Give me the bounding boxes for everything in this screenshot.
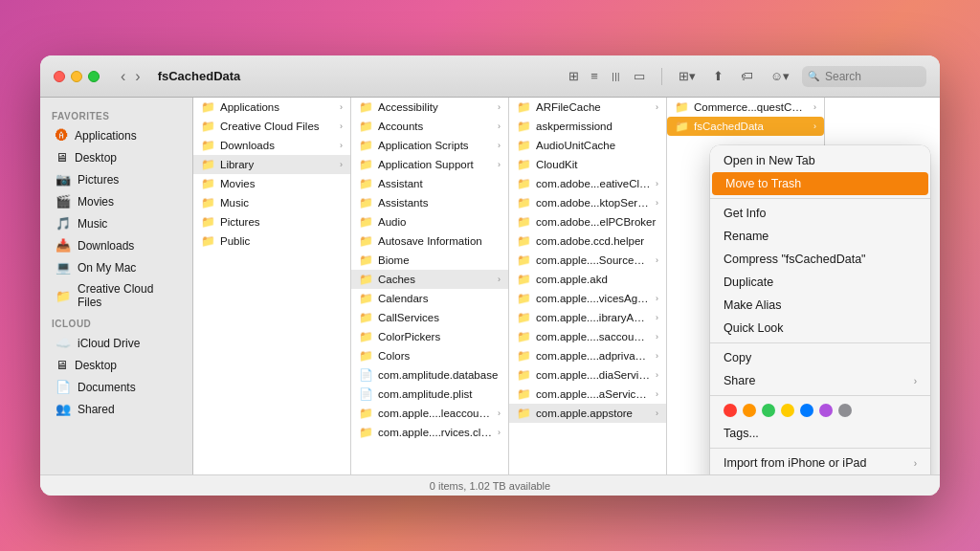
list-item[interactable]: 📁com.apple....leaccountd› bbox=[351, 404, 508, 423]
ctx-get-info[interactable]: Get Info bbox=[710, 202, 930, 225]
close-button[interactable] bbox=[54, 71, 65, 82]
ctx-copy-label: Copy bbox=[724, 351, 751, 364]
list-item[interactable]: 📁Colors bbox=[351, 346, 508, 365]
list-item[interactable]: 📁com.adobe...ktopService› bbox=[509, 193, 666, 212]
back-button[interactable]: ‹ bbox=[117, 66, 129, 87]
sidebar-item-desktop-icloud[interactable]: 🖥 Desktop bbox=[44, 354, 189, 376]
list-item-appstore[interactable]: 📁com.apple.appstore› bbox=[509, 404, 666, 423]
list-item[interactable]: 📁Assistant bbox=[351, 174, 508, 193]
list-item[interactable]: 📁askpermissiond bbox=[509, 117, 666, 136]
list-item[interactable]: 📁Downloads› bbox=[193, 136, 350, 155]
list-item[interactable]: 📁CallServices bbox=[351, 308, 508, 327]
forward-button[interactable]: › bbox=[131, 66, 144, 87]
ctx-tags-menu[interactable]: Tags... bbox=[710, 422, 930, 445]
sidebar-item-movies[interactable]: 🎬 Movies bbox=[44, 190, 189, 212]
tag-red[interactable] bbox=[724, 404, 737, 417]
sidebar-item-documents[interactable]: 📄 Documents bbox=[44, 376, 189, 398]
columns-area: 📁Applications› 📁Creative Cloud Files› 📁D… bbox=[193, 98, 940, 474]
list-item[interactable]: 📁Pictures bbox=[193, 212, 350, 231]
list-item[interactable]: 📁ARFileCache› bbox=[509, 98, 666, 117]
list-item[interactable]: 📁Commerce...questCache› bbox=[667, 98, 824, 117]
sidebar-item-applications[interactable]: 🅐 Applications bbox=[44, 124, 189, 146]
ctx-open-new-tab[interactable]: Open in New Tab bbox=[710, 149, 930, 172]
zoom-button[interactable] bbox=[88, 71, 100, 82]
icloud-label: iCloud bbox=[40, 313, 192, 332]
list-item[interactable]: 📁com.apple....SourceSync› bbox=[509, 251, 666, 270]
list-item[interactable]: 📁Music bbox=[193, 193, 350, 212]
list-item[interactable]: 📁Applications› bbox=[193, 98, 350, 117]
folder-icon: 📁 bbox=[359, 292, 373, 305]
list-item-caches[interactable]: 📁Caches› bbox=[351, 270, 508, 289]
list-item[interactable]: 📁AudioUnitCache bbox=[509, 136, 666, 155]
list-item[interactable]: 📄com.amplitude.plist bbox=[351, 385, 508, 404]
sidebar-item-desktop[interactable]: 🖥 Desktop bbox=[44, 146, 189, 168]
sidebar-item-creative-cloud[interactable]: 📁 Creative Cloud Files bbox=[44, 278, 189, 313]
list-item[interactable]: 📁com.apple.akd bbox=[509, 270, 666, 289]
tag-button[interactable]: 🏷 bbox=[736, 66, 758, 86]
sidebar-item-pictures[interactable]: 📷 Pictures bbox=[44, 168, 189, 190]
list-view-button[interactable]: ≡ bbox=[586, 66, 603, 86]
ctx-move-to-trash[interactable]: Move to Trash bbox=[712, 172, 928, 195]
list-item[interactable]: 📁CloudKit bbox=[509, 155, 666, 174]
gallery-view-button[interactable]: ▭ bbox=[629, 66, 650, 86]
list-item[interactable]: 📁Public bbox=[193, 231, 350, 251]
list-item[interactable]: 📁com.adobe...elPCBroker bbox=[509, 212, 666, 231]
list-item[interactable]: 📁com.apple....saccountsd› bbox=[509, 327, 666, 346]
ctx-quick-look[interactable]: Quick Look bbox=[710, 317, 930, 340]
list-item[interactable]: 📁Accessibility› bbox=[351, 98, 508, 117]
list-item[interactable]: 📁Calendars bbox=[351, 289, 508, 308]
minimize-button[interactable] bbox=[71, 71, 82, 82]
list-item[interactable]: 📁com.adobe...eativeCloud› bbox=[509, 174, 666, 193]
view-icons: ⊞ ≡ ⫼ ▭ bbox=[564, 66, 650, 86]
tag-gray[interactable] bbox=[838, 404, 852, 417]
sidebar-item-shared[interactable]: 👥 Shared bbox=[44, 398, 189, 420]
sidebar-item-label: Movies bbox=[78, 195, 114, 209]
tag-orange[interactable] bbox=[743, 404, 756, 417]
list-item[interactable]: 📁Movies bbox=[193, 174, 350, 193]
ctx-compress[interactable]: Compress "fsCachedData" bbox=[710, 248, 930, 271]
list-item[interactable]: 📁com.adobe.ccd.helper bbox=[509, 231, 666, 251]
ctx-make-alias[interactable]: Make Alias bbox=[710, 294, 930, 317]
list-item[interactable]: 📄com.amplitude.database bbox=[351, 365, 508, 385]
tag-yellow[interactable] bbox=[781, 404, 794, 417]
folder-icon: 📁 bbox=[517, 311, 531, 324]
ctx-duplicate[interactable]: Duplicate bbox=[710, 271, 930, 294]
list-item[interactable]: 📁Autosave Information bbox=[351, 231, 508, 251]
ctx-rename[interactable]: Rename bbox=[710, 225, 930, 248]
ctx-share[interactable]: Share › bbox=[710, 369, 930, 392]
list-item[interactable]: 📁Accounts› bbox=[351, 117, 508, 136]
list-item[interactable]: 📁com.apple....adprivacyd› bbox=[509, 346, 666, 365]
icon-view-button[interactable]: ⊞ bbox=[564, 66, 584, 86]
list-item[interactable]: 📁Biome bbox=[351, 251, 508, 270]
sidebar-item-downloads[interactable]: 📥 Downloads bbox=[44, 234, 189, 256]
ctx-copy[interactable]: Copy bbox=[710, 346, 930, 369]
list-item[interactable]: 📁com.apple....aServicesUI› bbox=[509, 385, 666, 404]
list-item[interactable]: 📁Application Scripts› bbox=[351, 136, 508, 155]
list-item[interactable]: 📁com.apple....rvices.cloud› bbox=[351, 423, 508, 442]
action-button[interactable]: ⬆ bbox=[708, 66, 728, 86]
column-view-button[interactable]: ⫼ bbox=[605, 66, 627, 86]
sidebar-item-icloud-drive[interactable]: ☁️ iCloud Drive bbox=[44, 332, 189, 354]
list-item[interactable]: 📁com.apple....diaServices› bbox=[509, 365, 666, 385]
list-item[interactable]: 📁com.apple....ibraryAgent› bbox=[509, 308, 666, 327]
tag-blue[interactable] bbox=[800, 404, 813, 417]
list-item[interactable]: 📁ColorPickers bbox=[351, 327, 508, 346]
search-input[interactable] bbox=[802, 66, 926, 87]
sidebar-item-onmymac[interactable]: 💻 On My Mac bbox=[44, 256, 189, 278]
window-title: fsCachedData bbox=[158, 69, 241, 83]
arrange-button[interactable]: ⊞▾ bbox=[674, 66, 701, 86]
tag-purple[interactable] bbox=[819, 404, 833, 417]
list-item[interactable]: 📁com.apple....vicesAgent› bbox=[509, 289, 666, 308]
applications-icon: 🅐 bbox=[56, 128, 68, 143]
list-item[interactable]: 📁Assistants bbox=[351, 193, 508, 212]
list-item[interactable]: 📁Creative Cloud Files› bbox=[193, 117, 350, 136]
ctx-import[interactable]: Import from iPhone or iPad › bbox=[710, 452, 930, 474]
tag-green[interactable] bbox=[762, 404, 775, 417]
documents-icon: 📄 bbox=[56, 380, 71, 394]
list-item-library[interactable]: 📁Library› bbox=[193, 155, 350, 174]
sidebar-item-music[interactable]: 🎵 Music bbox=[44, 212, 189, 234]
list-item[interactable]: 📁Audio bbox=[351, 212, 508, 231]
list-item-fscacheddata[interactable]: 📁fsCachedData› bbox=[667, 117, 824, 136]
list-item[interactable]: 📁Application Support› bbox=[351, 155, 508, 174]
share-button[interactable]: ☺▾ bbox=[766, 66, 794, 86]
